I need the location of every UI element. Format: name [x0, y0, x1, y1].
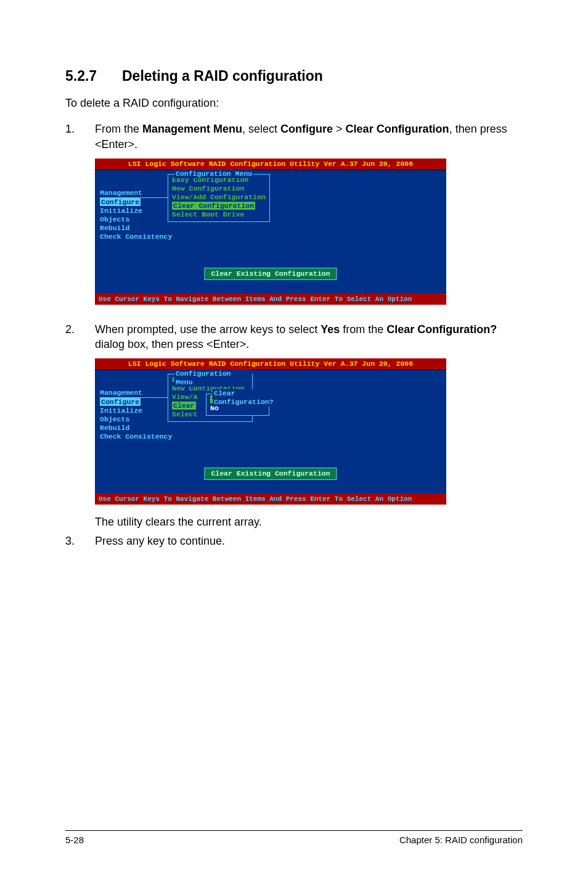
- bios-screen: LSI Logic Software RAID Configuration Ut…: [95, 358, 446, 505]
- sidebar-item-initialize: Initialize: [100, 207, 172, 215]
- management-menu: Management Configure Initialize Objects …: [100, 189, 172, 241]
- step-2: 2. When prompted, use the arrow keys to …: [65, 322, 523, 356]
- bios-title-bar: LSI Logic Software RAID Configuration Ut…: [95, 358, 446, 370]
- bios-screenshot-2: LSI Logic Software RAID Configuration Ut…: [65, 358, 523, 505]
- step-text: From the Management Menu, select Configu…: [95, 122, 523, 155]
- bold-fragment: Clear Configuration?: [386, 323, 497, 336]
- document-page: 5.2.7Deleting a RAID configuration To de…: [0, 0, 588, 552]
- management-menu: Management Configure Initialize Objects …: [100, 389, 172, 441]
- page-footer: 5-28 Chapter 5: RAID configuration: [65, 830, 523, 845]
- conf-item-clear: Clear Configuration: [172, 202, 255, 210]
- sidebar-item-objects: Objects: [100, 215, 172, 224]
- bios-screen: LSI Logic Software RAID Configuration Ut…: [95, 158, 446, 305]
- sidebar-item-check: Check Consistency: [100, 432, 172, 441]
- sidebar-item-check: Check Consistency: [100, 233, 172, 241]
- bold-fragment: Management Menu: [142, 123, 242, 135]
- bios-title-bar: LSI Logic Software RAID Configuration Ut…: [95, 159, 446, 170]
- bios-hint: Clear Existing Configuration: [204, 468, 337, 480]
- sidebar-item-configure: Configure: [100, 398, 141, 406]
- step-1: 1. From the Management Menu, select Conf…: [65, 122, 523, 155]
- conf-item-clear: Clear: [172, 402, 196, 410]
- bios-body: Management Configure Initialize Objects …: [95, 170, 446, 294]
- dialog-title: Clear Configuration?: [213, 389, 275, 406]
- conf-item-boot: Select Boot Drive: [172, 210, 266, 219]
- bios-footer: Use Cursor Keys To Navigate Between Item…: [95, 493, 446, 505]
- configuration-menu-title: Configuration Menu: [174, 369, 252, 387]
- conf-item-new: New Configuration: [172, 184, 266, 193]
- step-number: 1.: [65, 122, 95, 155]
- text-fragment: dialog box, then press <Enter>.: [95, 338, 249, 350]
- step-text: Press any key to continue.: [95, 534, 523, 552]
- step-number-empty: [65, 514, 95, 533]
- step-number: 3.: [65, 534, 95, 552]
- chapter-label: Chapter 5: RAID configuration: [399, 835, 523, 845]
- text-fragment: Press any key to continue.: [95, 534, 523, 548]
- sidebar-item-rebuild: Rebuild: [100, 224, 172, 233]
- text-fragment: >: [333, 123, 346, 135]
- text-fragment: From the: [95, 123, 142, 135]
- configuration-menu: Configuration Menu Easy Configuration Ne…: [168, 174, 270, 222]
- bios-screenshot-1: LSI Logic Software RAID Configuration Ut…: [65, 158, 523, 305]
- step-text: When prompted, use the arrow keys to sel…: [95, 322, 523, 356]
- section-number: 5.2.7: [65, 68, 122, 85]
- bios-hint: Clear Existing Configuration: [204, 268, 337, 280]
- management-label: Management: [100, 189, 172, 198]
- sidebar-item-configure: Configure: [100, 198, 141, 206]
- text-fragment: from the: [340, 323, 386, 336]
- bios-body: Management Configure Initialize Objects …: [95, 370, 446, 493]
- bold-fragment: Clear Configuration: [346, 123, 449, 135]
- section-title: Deleting a RAID configuration: [122, 68, 323, 84]
- text-fragment: The utility clears the current array.: [95, 514, 523, 529]
- clear-configuration-dialog: Clear Configuration? Yes No: [206, 394, 269, 416]
- bold-fragment: Configure: [280, 123, 333, 135]
- sidebar-item-initialize: Initialize: [100, 406, 172, 415]
- step-2b: The utility clears the current array.: [65, 514, 523, 533]
- management-label: Management: [100, 389, 172, 398]
- step-3: 3. Press any key to continue.: [65, 534, 523, 552]
- bold-fragment: Yes: [321, 323, 340, 336]
- section-heading: 5.2.7Deleting a RAID configuration: [65, 68, 523, 85]
- configuration-menu-title: Configuration Menu: [174, 170, 253, 178]
- step-number: 2.: [65, 322, 95, 356]
- text-fragment: , select: [242, 123, 280, 135]
- page-number: 5-28: [65, 835, 84, 845]
- bios-footer: Use Cursor Keys To Navigate Between Item…: [95, 294, 446, 305]
- conf-item-viewadd: View/Add Configuration: [172, 193, 266, 202]
- intro-text: To delete a RAID configuration:: [65, 96, 523, 110]
- step-text: The utility clears the current array.: [95, 514, 523, 533]
- text-fragment: When prompted, use the arrow keys to sel…: [95, 323, 321, 336]
- sidebar-item-rebuild: Rebuild: [100, 424, 172, 432]
- sidebar-item-objects: Objects: [100, 415, 172, 424]
